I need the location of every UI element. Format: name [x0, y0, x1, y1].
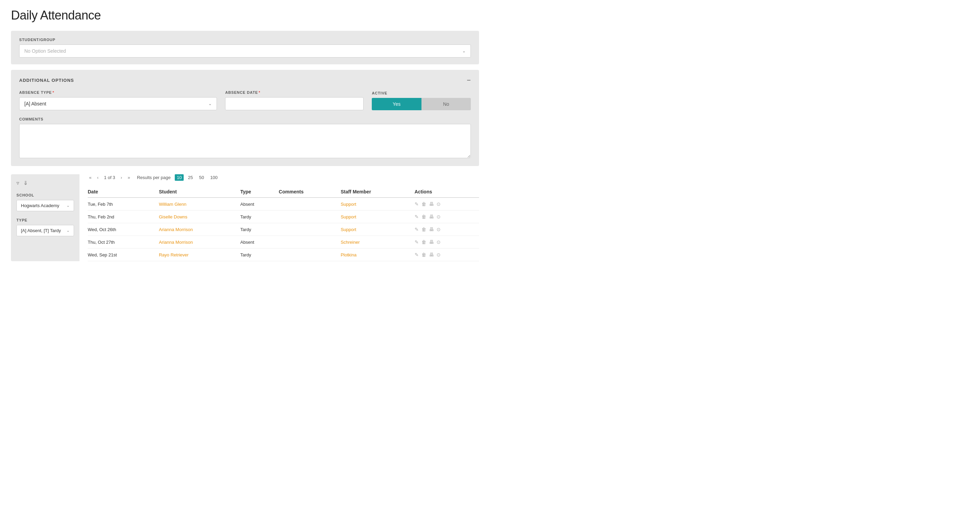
sidebar-icons-bar: ▿ ⇓	[16, 180, 74, 186]
delete-icon-0[interactable]: 🗑	[422, 201, 426, 207]
student-group-select[interactable]: No Option Selected ⌄	[19, 44, 471, 57]
sidebar-filters: ▿ ⇓ SCHOOL Hogwarts Academy ⌄ TYPE [A] A…	[11, 174, 80, 261]
student-group-chevron-icon: ⌄	[462, 49, 466, 53]
cell-student-4[interactable]: Rayo Retriever	[159, 249, 240, 261]
type-filter-label: TYPE	[16, 218, 74, 222]
active-toggle: Yes No	[372, 98, 471, 110]
school-select[interactable]: Hogwarts Academy ⌄	[16, 200, 74, 211]
staff-link-3[interactable]: Schreiner	[340, 240, 360, 245]
delete-icon-1[interactable]: 🗑	[422, 214, 426, 219]
student-link-2[interactable]: Arianna Morrison	[159, 227, 193, 232]
print-icon-2[interactable]: 🖶	[429, 227, 434, 232]
cell-type-3: Absent	[240, 236, 278, 249]
edit-icon-2[interactable]: ✎	[415, 227, 419, 232]
comments-textarea[interactable]	[19, 124, 471, 158]
collapse-button[interactable]: −	[467, 77, 471, 84]
print-icon-4[interactable]: 🖶	[429, 252, 434, 257]
school-select-value: Hogwarts Academy	[21, 203, 59, 208]
col-header-student: Student	[159, 186, 240, 198]
last-page-button[interactable]: »	[126, 174, 131, 181]
cell-student-2[interactable]: Arianna Morrison	[159, 223, 240, 236]
cell-student-0[interactable]: William Glenn	[159, 198, 240, 211]
per-page-50-button[interactable]: 50	[197, 174, 206, 181]
history-icon-4[interactable]: ⊙	[436, 252, 441, 257]
col-header-actions: Actions	[415, 186, 479, 198]
student-link-0[interactable]: William Glenn	[159, 202, 186, 207]
attendance-table: Date Student Type Comments Staff Member …	[88, 186, 479, 261]
print-icon-3[interactable]: 🖶	[429, 239, 434, 245]
cell-staff-3[interactable]: Schreiner	[340, 236, 414, 249]
per-page-25-button[interactable]: 25	[186, 174, 195, 181]
history-icon-2[interactable]: ⊙	[436, 227, 441, 232]
cell-staff-1[interactable]: Support	[340, 211, 414, 223]
results-per-page-label: Results per page	[137, 175, 171, 180]
active-label: ACTIVE	[372, 91, 471, 95]
cell-student-1[interactable]: Giselle Downs	[159, 211, 240, 223]
print-icon-1[interactable]: 🖶	[429, 214, 434, 219]
absence-type-select[interactable]: [A] Absent ⌄	[19, 97, 217, 110]
type-select[interactable]: [A] Absent, [T] Tardy ⌄	[16, 225, 74, 236]
absence-type-label: ABSENCE TYPE*	[19, 90, 217, 95]
pagination-info: 1 of 3	[104, 175, 116, 180]
edit-icon-1[interactable]: ✎	[415, 214, 419, 219]
options-row-1: ABSENCE TYPE* [A] Absent ⌄ ABSENCE DATE*…	[19, 90, 471, 110]
col-header-date: Date	[88, 186, 159, 198]
history-icon-1[interactable]: ⊙	[436, 214, 441, 219]
staff-link-4[interactable]: Plotkina	[340, 252, 356, 257]
edit-icon-4[interactable]: ✎	[415, 252, 419, 257]
cell-comments-4	[279, 249, 341, 261]
cell-actions-1: ✎ 🗑 🖶 ⊙	[415, 211, 479, 223]
results-area: « ‹ 1 of 3 › » Results per page 10 25 50…	[80, 174, 479, 261]
staff-link-1[interactable]: Support	[340, 214, 356, 219]
download-icon[interactable]: ⇓	[23, 180, 28, 186]
delete-icon-3[interactable]: 🗑	[422, 239, 426, 245]
per-page-options: 10 25 50 100	[175, 174, 220, 181]
cell-actions-3: ✎ 🗑 🖶 ⊙	[415, 236, 479, 249]
prev-page-button[interactable]: ‹	[95, 174, 100, 181]
cell-staff-2[interactable]: Support	[340, 223, 414, 236]
active-group: ACTIVE Yes No	[372, 91, 471, 110]
cell-type-2: Tardy	[240, 223, 278, 236]
print-icon-0[interactable]: 🖶	[429, 201, 434, 207]
staff-link-0[interactable]: Support	[340, 202, 356, 207]
next-page-button[interactable]: ›	[119, 174, 123, 181]
delete-icon-2[interactable]: 🗑	[422, 227, 426, 232]
cell-staff-4[interactable]: Plotkina	[340, 249, 414, 261]
cell-staff-0[interactable]: Support	[340, 198, 414, 211]
edit-icon-0[interactable]: ✎	[415, 201, 419, 207]
edit-icon-3[interactable]: ✎	[415, 239, 419, 245]
student-link-3[interactable]: Arianna Morrison	[159, 240, 193, 245]
pagination-bar: « ‹ 1 of 3 › » Results per page 10 25 50…	[88, 174, 479, 181]
absence-type-required-indicator: *	[52, 90, 54, 95]
type-select-value: [A] Absent, [T] Tardy	[21, 228, 61, 233]
cell-comments-0	[279, 198, 341, 211]
student-link-4[interactable]: Rayo Retriever	[159, 252, 189, 257]
student-link-1[interactable]: Giselle Downs	[159, 214, 188, 219]
cell-date-4: Wed, Sep 21st	[88, 249, 159, 261]
active-no-button[interactable]: No	[422, 98, 471, 110]
active-yes-button[interactable]: Yes	[372, 98, 421, 110]
per-page-10-button[interactable]: 10	[175, 174, 184, 181]
first-page-button[interactable]: «	[88, 174, 93, 181]
cell-type-4: Tardy	[240, 249, 278, 261]
cell-student-3[interactable]: Arianna Morrison	[159, 236, 240, 249]
table-row: Wed, Sep 21st Rayo Retriever Tardy Plotk…	[88, 249, 479, 261]
delete-icon-4[interactable]: 🗑	[422, 252, 426, 257]
additional-options-header: ADDITIONAL OPTIONS −	[19, 77, 471, 84]
page-title: Daily Attendance	[11, 8, 479, 22]
type-filter-field: TYPE [A] Absent, [T] Tardy ⌄	[16, 218, 74, 236]
history-icon-3[interactable]: ⊙	[436, 239, 441, 245]
cell-date-2: Wed, Oct 26th	[88, 223, 159, 236]
table-header: Date Student Type Comments Staff Member …	[88, 186, 479, 198]
absence-date-input[interactable]: 02/08/2023	[225, 97, 364, 110]
absence-type-chevron-icon: ⌄	[208, 102, 212, 106]
filter-icon[interactable]: ▿	[16, 180, 19, 186]
cell-actions-4: ✎ 🗑 🖶 ⊙	[415, 249, 479, 261]
school-select-chevron-icon: ⌄	[67, 203, 70, 208]
cell-date-0: Tue, Feb 7th	[88, 198, 159, 211]
additional-options-title: ADDITIONAL OPTIONS	[19, 78, 74, 83]
per-page-100-button[interactable]: 100	[208, 174, 220, 181]
staff-link-2[interactable]: Support	[340, 227, 356, 232]
history-icon-0[interactable]: ⊙	[436, 201, 441, 207]
col-header-staff-member: Staff Member	[340, 186, 414, 198]
